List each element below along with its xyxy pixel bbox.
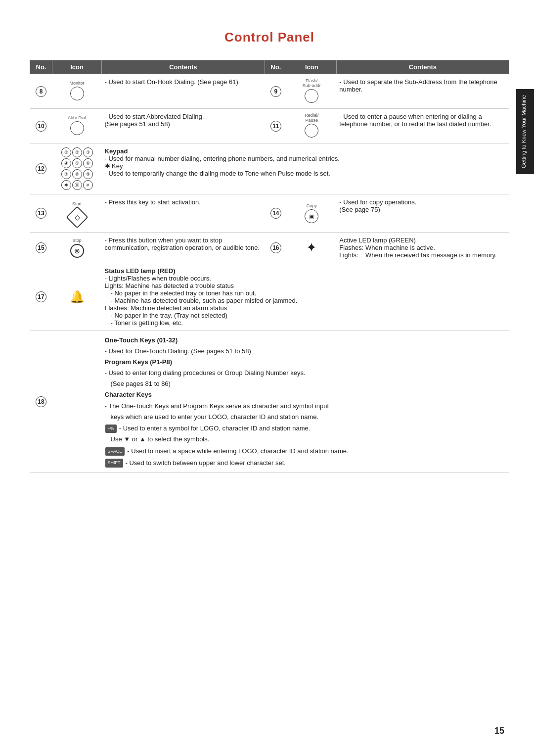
header-contents-right: Contents [336, 60, 509, 74]
row-no-9: 9 [265, 74, 287, 109]
shift-badge: SHIFT [105, 459, 123, 467]
contents-cell-13: - Press this key to start activation. [102, 194, 265, 233]
table-header-row: No. Icon Contents No. Icon Contents [30, 60, 509, 74]
row-no-18: 18 [30, 331, 52, 473]
icon-cell-13: Start ◇ [52, 194, 102, 233]
copy-icon: ▣ [305, 209, 318, 223]
stop-icon: ⊗ [70, 244, 84, 258]
contents-cell-11: - Used to enter a pause when entering or… [336, 109, 509, 143]
icon-cell-8: Monitor [52, 74, 102, 109]
contents-cell-12: Keypad - Used for manual number dialing,… [102, 143, 509, 194]
side-tab-text: Getting to Know Your Machine [521, 95, 527, 168]
contents-cell-16: Active LED lamp (GREEN) Flashes: When ma… [336, 233, 509, 263]
icon-cell-12: ① ② ③ ④ ⑤ ⑥ ⑦ ⑧ ⑨ ✱ ⓪ # [52, 143, 102, 194]
flash-subaddr-icon [305, 89, 318, 103]
icon-cell-10: Abbr Dial [52, 109, 102, 143]
contents-cell-17: Status LED lamp (RED) - Lights/Flashes w… [102, 263, 509, 331]
row-no-14: 14 [265, 194, 287, 233]
row-no-17: 17 [30, 263, 52, 331]
table-row: 10 Abbr Dial - Used to start Abbreviated… [30, 109, 509, 143]
header-no-right: No. [265, 60, 287, 74]
contents-cell-9: - Used to separate the Sub-Address from … [336, 74, 509, 109]
icon-cell-18 [52, 331, 102, 473]
row-no-8: 8 [30, 74, 52, 109]
row-no-13: 13 [30, 194, 52, 233]
row-no-10: 10 [30, 109, 52, 143]
contents-cell-14: - Used for copy operations.(See page 75) [336, 194, 509, 233]
bell-icon: 🔔 [70, 290, 85, 303]
row-no-15: 15 [30, 233, 52, 263]
page-title: Control Panel [30, 30, 509, 45]
row-no-16: 16 [265, 233, 287, 263]
icon-cell-16: ✦ [287, 233, 336, 263]
header-icon-right: Icon [287, 60, 336, 74]
table-row: 12 ① ② ③ ④ ⑤ ⑥ ⑦ ⑧ ⑨ ✱ ⓪ # [30, 143, 509, 194]
icon-cell-17: 🔔 [52, 263, 102, 331]
contents-cell-15: - Press this button when you want to sto… [102, 233, 265, 263]
table-row: 18 One-Touch Keys (01-32) - Used for One… [30, 331, 509, 473]
table-row: 13 Start ◇ - Press this key to start act… [30, 194, 509, 233]
icon-cell-9: Flash/Sub-addr [287, 74, 336, 109]
control-panel-table: No. Icon Contents No. Icon Contents 8 Mo… [30, 60, 509, 473]
icon-cell-15: Stop ⊗ [52, 233, 102, 263]
contents-cell-10: - Used to start Abbreviated Dialing.(See… [102, 109, 265, 143]
icon-cell-11: Redial/Pause [287, 109, 336, 143]
redial-pause-icon [305, 124, 318, 138]
keypad-icon: ① ② ③ ④ ⑤ ⑥ ⑦ ⑧ ⑨ ✱ ⓪ # [61, 147, 93, 190]
header-contents-left: Contents [102, 60, 265, 74]
row-no-12: 12 [30, 143, 52, 194]
start-icon: ◇ [66, 206, 88, 228]
header-icon-left: Icon [52, 60, 102, 74]
active-led-icon: ✦ [306, 240, 317, 255]
table-row: 8 Monitor - Used to start On-Hook Dialin… [30, 74, 509, 109]
abbr-dial-icon [70, 121, 84, 135]
icon-cell-14: Copy ▣ [287, 194, 336, 233]
space-badge: SPACE [105, 447, 125, 456]
side-tab: Getting to Know Your Machine [516, 89, 534, 174]
row-no-11: 11 [265, 109, 287, 143]
table-row: 15 Stop ⊗ - Press this button when you w… [30, 233, 509, 263]
monitor-icon [70, 87, 84, 100]
contents-cell-8: - Used to start On-Hook Dialing. (See pa… [102, 74, 265, 109]
page-number: 15 [494, 726, 504, 736]
table-row: 17 🔔 Status LED lamp (RED) - Lights/Flas… [30, 263, 509, 331]
contents-cell-18: One-Touch Keys (01-32) - Used for One-To… [102, 331, 509, 473]
header-no-left: No. [30, 60, 52, 74]
plus-percent-badge: +% [105, 425, 117, 433]
